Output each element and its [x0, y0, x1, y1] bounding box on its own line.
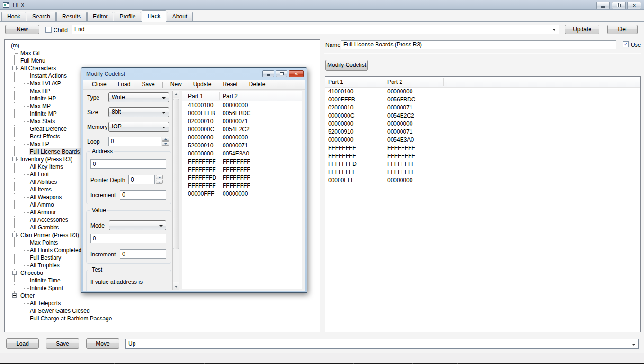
dialog-code-list[interactable]: Part 1 Part 2 41000100000000000000FFFB00… — [182, 91, 302, 289]
dialog-code-list-header[interactable]: Part 1 Part 2 — [182, 91, 302, 101]
tree-item[interactable]: (m) — [5, 42, 320, 49]
loop-input[interactable]: 0 — [108, 136, 161, 146]
pointer-depth-spinner[interactable] — [156, 175, 163, 184]
tree-item-label[interactable]: All Items — [29, 186, 53, 193]
tree-item-label[interactable]: All Sewer Gates Closed — [29, 307, 91, 315]
save-button[interactable]: Save — [46, 338, 79, 349]
tree-item-label[interactable]: Instant Actions — [29, 72, 68, 80]
code-row[interactable]: FFFFFFFDFFFFFFFF — [182, 174, 302, 182]
code-row[interactable]: 0000FFFB0056FBDC — [325, 96, 640, 104]
tree-expander-minus-icon[interactable] — [12, 233, 17, 237]
code-row[interactable]: FFFFFFFFFFFFFFFF — [182, 166, 302, 174]
tree-item[interactable]: Max Gil — [5, 49, 320, 57]
tree-item-label[interactable]: Clan Primer (Press R3) — [19, 231, 80, 239]
tree-item[interactable]: All Sewer Gates Closed — [5, 307, 320, 315]
tree-item-label[interactable]: All Loot — [29, 171, 50, 178]
tree-item-label[interactable]: Great Defence — [29, 125, 68, 133]
dialog-menu-update[interactable]: Update — [188, 80, 217, 89]
dialog-close-button[interactable]: ✕ — [289, 70, 304, 77]
code-row[interactable]: 0000000000000000 — [325, 120, 640, 128]
value-increment-input[interactable]: 0 — [120, 249, 166, 259]
mode-combobox[interactable] — [109, 220, 166, 230]
tree-item[interactable]: Other — [5, 292, 320, 300]
tree-item-label[interactable]: Max LP — [29, 140, 50, 148]
code-row[interactable]: 000000000054E3A0 — [182, 150, 302, 158]
up-combobox[interactable]: Up — [125, 339, 639, 349]
code-row[interactable]: FFFFFFFFFFFFFFFF — [325, 152, 640, 160]
tree-item-label[interactable]: All Weapons — [29, 193, 63, 201]
del-button[interactable]: Del — [607, 25, 638, 34]
load-button[interactable]: Load — [6, 338, 39, 349]
move-button[interactable]: Move — [86, 338, 119, 349]
tree-item-label[interactable]: Best Effects — [29, 133, 61, 140]
tree-item-label[interactable]: Inventory (Press R3) — [19, 155, 73, 163]
size-combobox[interactable]: 8bit — [108, 107, 169, 117]
dialog-menu-new[interactable]: New — [165, 80, 188, 89]
code-row[interactable]: FFFFFFFDFFFFFFFF — [325, 160, 640, 168]
code-table[interactable]: Part 1 Part 2 41000100000000000000FFFB00… — [325, 76, 641, 332]
code-row[interactable]: FFFFFFFFFFFFFFFF — [325, 144, 640, 152]
tab-search[interactable]: Search — [27, 12, 56, 21]
dialog-menu-delete[interactable]: Delete — [243, 80, 271, 89]
tree-item-label[interactable]: Infinite HP — [29, 95, 57, 102]
code-row[interactable]: FFFFFFFFFFFFFFFF — [182, 158, 302, 166]
tree-item-label[interactable]: All Gambits — [29, 224, 60, 231]
pointer-depth-input[interactable]: 0 — [128, 175, 155, 184]
address-input[interactable]: 0 — [90, 159, 166, 169]
tree-expander-minus-icon[interactable] — [12, 157, 17, 161]
tree-expander-minus-icon[interactable] — [12, 66, 17, 70]
tree-item-label[interactable]: Infinite MP — [29, 110, 58, 118]
code-row[interactable]: 0200001000000071 — [182, 118, 302, 126]
spin-down-icon[interactable] — [162, 141, 169, 146]
tab-results[interactable]: Results — [56, 12, 87, 21]
use-checkbox[interactable]: ✓ — [623, 41, 629, 47]
dialog-minimize-button[interactable] — [262, 70, 274, 77]
tree-item-label[interactable]: Full Menu — [19, 57, 46, 64]
value-input[interactable]: 0 — [90, 234, 166, 243]
column-part1[interactable]: Part 1 — [188, 91, 203, 101]
code-row[interactable]: 00000FFF00000000 — [182, 190, 302, 198]
end-combobox[interactable]: End — [72, 25, 559, 34]
tree-item-label[interactable]: Max HP — [29, 87, 51, 95]
tree-item-label[interactable]: Full Bestiary — [29, 254, 62, 262]
code-row[interactable]: 0000FFFB0056FBDC — [182, 109, 302, 118]
code-row[interactable]: FFFFFFFFFFFFFFFF — [325, 168, 640, 176]
column-part1[interactable]: Part 1 — [328, 77, 343, 88]
tree-item-label[interactable]: Max Points — [29, 239, 59, 246]
type-combobox[interactable]: Write — [108, 92, 169, 102]
memory-combobox[interactable]: IOP — [108, 122, 169, 132]
tab-hack[interactable]: Hack — [142, 10, 166, 22]
restore-button[interactable] — [612, 2, 626, 9]
spin-up-icon[interactable] — [156, 175, 163, 179]
name-input[interactable]: Full License Boards (Press R3) — [341, 40, 616, 49]
dialog-menu-close[interactable]: Close — [86, 80, 112, 89]
tree-item-label[interactable]: All Key Items — [29, 163, 64, 171]
tree-item[interactable]: Full Menu — [5, 57, 320, 64]
tree-item-label[interactable]: All Abilities — [29, 178, 58, 186]
tree-item-label[interactable]: Infinite Time — [29, 277, 62, 284]
tree-item[interactable]: Full Charge at Barhiem Passage — [5, 315, 320, 322]
dialog-menu-reset[interactable]: Reset — [217, 80, 243, 89]
code-row[interactable]: 5200091000000071 — [325, 128, 640, 136]
code-table-header[interactable]: Part 1 Part 2 — [325, 77, 640, 88]
chilld-checkbox[interactable] — [45, 27, 52, 33]
code-row[interactable]: 000000000054E3A0 — [325, 136, 640, 144]
tree-expander-minus-icon[interactable] — [12, 293, 17, 298]
code-row[interactable]: 4100010000000000 — [182, 101, 302, 109]
tree-item-label[interactable]: All Ammo — [29, 201, 55, 209]
tree-item-label[interactable]: Max MP — [29, 102, 52, 110]
code-row[interactable]: FFFFFFFFFFFFFFFF — [182, 182, 302, 190]
tree-item-label[interactable]: All Trophies — [29, 262, 61, 269]
tree-item-label[interactable]: Max Gil — [19, 49, 41, 57]
tree-item-label[interactable]: All Characters — [19, 64, 57, 72]
tab-hook[interactable]: Hook — [1, 12, 26, 21]
code-row[interactable]: 0000000000000000 — [182, 134, 302, 142]
tree-item-label[interactable]: All Teleports — [29, 300, 62, 307]
tree-item[interactable]: All Teleports — [5, 300, 320, 307]
scroll-down-icon[interactable] — [173, 282, 179, 290]
dialog-menu-load[interactable]: Load — [112, 80, 136, 89]
tree-item-label[interactable]: (m) — [10, 42, 20, 49]
dialog-scrollbar[interactable] — [172, 91, 179, 290]
scroll-up-icon[interactable] — [173, 91, 179, 98]
modify-codelist-button[interactable]: Modify Codelist — [325, 60, 368, 71]
